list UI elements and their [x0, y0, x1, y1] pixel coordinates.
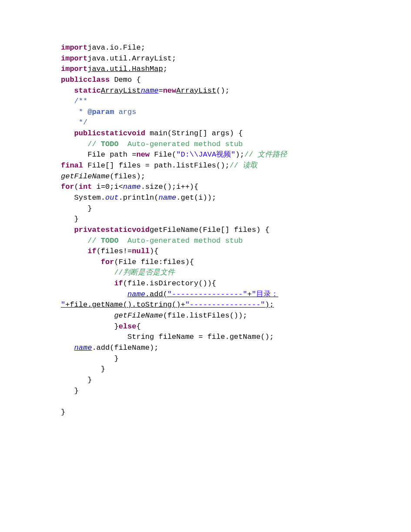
brace: }: [87, 376, 92, 384]
javadoc-tag: @param: [87, 108, 114, 116]
keyword-null: null: [132, 247, 150, 255]
brace: }: [114, 355, 118, 363]
token: String fileName = file.getName();: [127, 333, 274, 341]
token: System.: [74, 194, 105, 202]
token: );: [235, 151, 244, 159]
code-line: importjava.util.ArrayList;: [61, 54, 176, 63]
token: ){: [150, 247, 158, 255]
brace: }: [114, 322, 118, 331]
code-line: privatestaticvoidgetFileName(File[] file…: [61, 226, 270, 234]
code-line: getFileName(file.listFiles());: [61, 311, 247, 320]
keyword-if: if: [87, 247, 96, 255]
comment-todo: TODO: [101, 140, 119, 148]
field-out: out: [105, 194, 119, 202]
code-line: name.add("----------------"+"目录：: [61, 290, 278, 298]
code-line: staticArrayListname=newArrayList();: [61, 87, 230, 95]
type-arraylist: ArrayList: [176, 87, 216, 95]
code-line: }else{: [61, 322, 141, 331]
token: .add(fileName);: [92, 344, 158, 352]
keyword-new: new: [163, 87, 177, 95]
keyword-int: int: [79, 183, 92, 191]
keyword-import: import: [61, 54, 87, 63]
javadoc: args: [114, 108, 136, 116]
code-line: }: [61, 204, 92, 213]
token-underlined: java.util.HashMap: [87, 65, 163, 73]
token: (file.isDirectory()){: [123, 279, 216, 288]
keyword-import: import: [61, 43, 87, 52]
token: java.io.File;: [87, 43, 145, 52]
field-name: name: [158, 194, 176, 202]
token: ();: [216, 87, 230, 95]
token: File(: [150, 151, 176, 159]
code-line: if(file.isDirectory()){: [61, 279, 216, 288]
field-name: name: [141, 87, 159, 95]
type-arraylist: ArrayList: [101, 87, 141, 95]
comment: //: [244, 151, 253, 159]
code-line: name.add(fileName);: [61, 344, 158, 352]
code-line: }: [61, 376, 92, 384]
comment: //: [87, 140, 101, 148]
string: "D:\\JAVA视频": [176, 151, 235, 159]
keyword-static: static: [74, 87, 101, 95]
string: "目录：: [252, 290, 278, 298]
code-line: }: [61, 408, 65, 416]
brace: {: [136, 322, 140, 331]
field-name: name: [123, 183, 141, 191]
comment: Auto-generated method stub: [119, 237, 243, 245]
token: File[] files = path.listFiles();: [83, 161, 230, 170]
token: (File file:files){: [114, 258, 194, 266]
code-line: importjava.io.File;: [61, 43, 145, 52]
comment: Auto-generated method stub: [119, 140, 243, 148]
code-line: for(int i=0;i<name.size();i++){: [61, 183, 198, 191]
code-line: for(File file:files){: [61, 258, 194, 266]
comment: //: [230, 161, 238, 170]
token: .add(: [145, 290, 167, 298]
string: "----------------": [185, 301, 265, 309]
comment: 文件路径: [253, 151, 287, 159]
token: .println(: [119, 194, 159, 202]
token: getFileName(File[] files) {: [150, 226, 269, 234]
token: File path =: [87, 151, 136, 159]
brace: }: [74, 387, 79, 395]
code-line: }: [61, 365, 105, 373]
brace: }: [74, 215, 79, 223]
comment: 判断是否是文件: [123, 268, 175, 277]
token: +file.getName().toString()+: [65, 301, 185, 309]
token: );: [265, 301, 274, 309]
comment-todo: TODO: [101, 237, 119, 245]
code-line: publicstaticvoid main(String[] args) {: [61, 129, 243, 137]
token: (files);: [110, 172, 145, 181]
code-line: //判断是否是文件: [61, 268, 175, 277]
token: ;: [163, 65, 167, 73]
comment: //: [87, 237, 101, 245]
code-line: // TODO Auto-generated method stub: [61, 140, 243, 148]
token: (: [74, 183, 79, 191]
code-line: */: [61, 118, 87, 127]
string: ": [61, 301, 65, 309]
token: Demo {: [110, 76, 140, 84]
code-line: String fileName = file.getName();: [61, 333, 274, 341]
javadoc: */: [74, 118, 88, 127]
code-line: "+file.getName().toString()+"-----------…: [61, 301, 274, 309]
comment: //: [114, 268, 123, 277]
token: .size();i++){: [141, 183, 199, 191]
code-line: final File[] files = path.listFiles();//…: [61, 161, 257, 170]
brace: }: [87, 204, 92, 213]
method-call: getFileName: [114, 311, 163, 320]
code-line: // TODO Auto-generated method stub: [61, 237, 243, 245]
field-name: name: [127, 290, 145, 298]
code-line: getFileName(files);: [61, 172, 145, 181]
keyword-import: import: [61, 65, 87, 73]
code-line: * @param args: [61, 108, 136, 116]
code-line: publicclass Demo {: [61, 76, 141, 84]
keyword-final: final: [61, 161, 83, 170]
token: (files!=: [97, 247, 132, 255]
token: java.util.ArrayList;: [87, 54, 176, 63]
code-line: importjava.util.HashMap;: [61, 65, 167, 73]
keyword-for: for: [101, 258, 114, 266]
keyword-publicclass: publicclass: [61, 76, 110, 84]
token: main(String[] args) {: [145, 129, 243, 137]
keyword-for: for: [61, 183, 74, 191]
keyword-publicstaticvoid: publicstaticvoid: [74, 129, 145, 137]
code-line: }: [61, 387, 79, 395]
